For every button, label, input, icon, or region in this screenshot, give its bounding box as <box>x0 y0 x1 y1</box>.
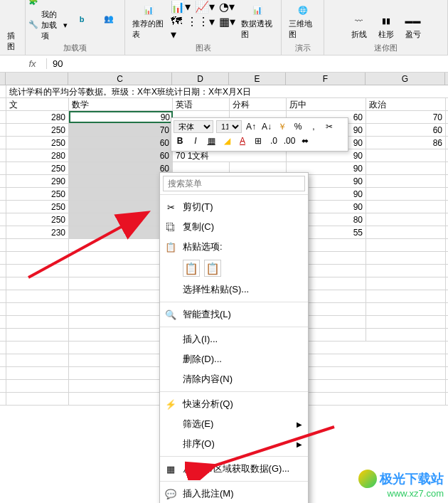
menu-insert[interactable]: 插入(I)... <box>160 329 308 349</box>
col-header-d[interactable]: D <box>172 73 229 85</box>
winloss-icon: ▬▬ <box>405 12 422 29</box>
bing-maps-button[interactable]: b <box>69 9 95 29</box>
ribbon-group-charts: 📊推荐的图表 📊▾📈▾◔▾ 🗺▾⋮⋮▾▦▾ 📊数据透视图 图表 <box>125 0 282 55</box>
bold-button[interactable]: B <box>174 134 186 147</box>
menu-insert-comment[interactable]: 💬插入批注(M) <box>160 484 308 503</box>
format-painter-icon[interactable]: ✂ <box>323 120 336 133</box>
menu-cut[interactable]: ✂剪切(T) <box>160 197 308 217</box>
comment-icon: 💬 <box>164 487 177 500</box>
percent-icon[interactable]: % <box>292 120 304 133</box>
line-spark-icon: 〰 <box>351 12 368 29</box>
menu-copy[interactable]: ⿻复制(C) <box>160 217 308 237</box>
col-header-e[interactable]: E <box>229 73 286 85</box>
menu-paste-special[interactable]: 选择性粘贴(S)... <box>160 280 308 300</box>
sparkline-button[interactable]: 〰折线 <box>346 11 372 41</box>
fill-color-icon[interactable]: ◢ <box>220 134 233 147</box>
myaddons-button[interactable]: 🔧我的加载项▾ <box>28 9 68 41</box>
pivot-icon: 📊 <box>249 1 266 18</box>
mini-toolbar: 宋体 11 A↑ A↓ ￥ % , ✂ B I ▦ ◢ A ⊞ .0 .00 ⬌ <box>171 117 348 152</box>
border-icon[interactable]: ⊞ <box>252 134 265 147</box>
store-icon: 🧩 <box>28 0 40 8</box>
demo-group-label: 演示 <box>295 43 311 53</box>
col-header-f[interactable]: F <box>286 73 366 85</box>
store-button[interactable]: 🧩 <box>28 0 68 8</box>
pie-chart-icon[interactable]: ◔▾ <box>219 0 235 14</box>
underline-button[interactable]: ▦ <box>205 134 218 147</box>
people-icon: 👥 <box>100 11 117 28</box>
currency-icon[interactable]: ￥ <box>276 120 289 133</box>
table-icon: ▦ <box>164 462 177 475</box>
bing-icon: b <box>73 11 90 28</box>
stock-chart-icon[interactable]: ▦▾ <box>219 15 235 41</box>
header-row: 文 数学 英语 分科 历中 政治 <box>0 98 448 111</box>
menu-quick-analysis[interactable]: ⚡快速分析(Q) <box>160 394 308 414</box>
map-chart-icon[interactable]: 🗺▾ <box>171 15 182 41</box>
menu-delete[interactable]: 删除(D)... <box>160 349 308 369</box>
header-cell[interactable]: 数学 <box>69 98 173 110</box>
watermark-url: www.xz7.com <box>358 488 444 499</box>
font-color-icon[interactable]: A <box>236 134 249 147</box>
comma-icon[interactable]: , <box>307 120 320 133</box>
paste-option-1[interactable]: 📋 <box>183 260 200 277</box>
menu-clear[interactable]: 清除内容(N) <box>160 369 308 389</box>
globe-icon: 🌐 <box>294 1 311 18</box>
pivot-chart-button[interactable]: 📊数据透视图 <box>237 0 278 41</box>
menu-from-table[interactable]: ▦从表格/区域获取数据(G)... <box>160 459 308 479</box>
formula-input[interactable] <box>47 57 448 70</box>
scatter-chart-icon[interactable]: ⋮⋮▾ <box>186 15 215 41</box>
map3d-button[interactable]: 🌐三维地图 <box>284 0 321 41</box>
ribbon-toolbar: 插图 🧩 🔧我的加载项▾ b 👥 加载项 📊推荐的图表 📊▾📈▾◔▾ 🗺▾⋮⋮▾… <box>0 0 448 55</box>
lookup-icon: 🔍 <box>164 308 177 321</box>
column-headers: C D E F G <box>0 73 448 85</box>
col-header-g[interactable]: G <box>366 73 445 85</box>
fx-label[interactable]: fx <box>18 58 47 69</box>
sparkcol-button[interactable]: ▮▮柱形 <box>373 11 399 41</box>
col-header[interactable] <box>0 73 6 85</box>
menu-filter[interactable]: 筛选(E)▶ <box>160 414 308 434</box>
col-header-c[interactable]: C <box>68 73 172 85</box>
watermark: 极光下载站 www.xz7.com <box>358 470 444 499</box>
addon-group-label: 加载项 <box>63 43 87 53</box>
menu-search-input[interactable] <box>163 176 305 191</box>
chart-icon: 📊 <box>140 1 157 18</box>
header-cell[interactable]: 英语 <box>173 98 230 110</box>
menu-sort[interactable]: 排序(O)▶ <box>160 434 308 454</box>
illustration-button[interactable]: 插图 <box>3 29 22 53</box>
col-header[interactable] <box>6 73 68 85</box>
title-cell[interactable]: 统计学科的平均分等数据。班级：X年X班统计日期：X年X月X日 <box>6 85 446 97</box>
recommended-charts-button[interactable]: 📊推荐的图表 <box>128 0 169 41</box>
copy-icon: ⿻ <box>164 221 177 233</box>
watermark-title: 极光下载站 <box>380 470 444 487</box>
chevron-right-icon: ▶ <box>297 420 302 428</box>
formula-bar: fx <box>0 55 448 73</box>
italic-button[interactable]: I <box>189 134 202 147</box>
paste-icon: 📋 <box>164 240 177 253</box>
merge-icon[interactable]: ⬌ <box>299 134 311 147</box>
bar-chart-icon[interactable]: 📊▾ <box>171 0 191 14</box>
header-cell[interactable]: 历中 <box>287 98 366 110</box>
header-cell[interactable]: 文 <box>6 98 69 110</box>
font-select[interactable]: 宋体 <box>174 120 213 133</box>
ribbon-group-spark: 〰折线 ▮▮柱形 ▬▬盈亏 迷你图 <box>324 0 448 55</box>
size-select[interactable]: 11 <box>216 120 242 133</box>
cut-icon: ✂ <box>164 201 177 213</box>
chevron-right-icon: ▶ <box>297 440 302 448</box>
people-graph-button[interactable]: 👥 <box>96 9 122 29</box>
decimal-inc-icon[interactable]: .00 <box>283 134 296 147</box>
decimal-dec-icon[interactable]: .0 <box>267 134 280 147</box>
col-spark-icon: ▮▮ <box>378 12 395 29</box>
ribbon-group-addon: 🧩 🔧我的加载项▾ b 👥 加载项 <box>26 0 125 55</box>
header-cell[interactable]: 政治 <box>366 98 446 110</box>
ribbon-group-demo: 🌐三维地图 演示 <box>282 0 324 55</box>
decrease-font-icon[interactable]: A↓ <box>260 120 273 133</box>
menu-smart-lookup[interactable]: 🔍智能查找(L) <box>160 305 308 324</box>
line-chart-icon[interactable]: 📈▾ <box>195 0 215 14</box>
sparkwin-button[interactable]: ▬▬盈亏 <box>400 11 426 41</box>
header-cell[interactable]: 分科 <box>230 98 287 110</box>
paste-option-2[interactable]: 📋 <box>204 260 221 277</box>
increase-font-icon[interactable]: A↑ <box>245 120 257 133</box>
menu-paste-options: 📋粘贴选项: <box>160 237 308 257</box>
quick-icon: ⚡ <box>164 398 177 411</box>
table-row: 统计学科的平均分等数据。班级：X年X班统计日期：X年X月X日 <box>0 85 448 98</box>
context-menu: ✂剪切(T) ⿻复制(C) 📋粘贴选项: 📋 📋 选择性粘贴(S)... 🔍智能… <box>159 172 309 503</box>
